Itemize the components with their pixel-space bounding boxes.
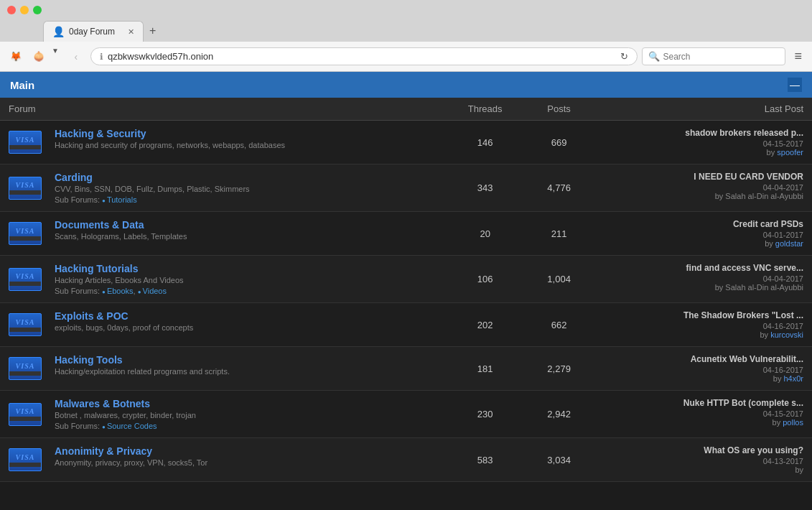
subforum-link[interactable]: Tutorials: [102, 195, 137, 204]
lastpost-title[interactable]: shadow brokers released p...: [600, 128, 803, 138]
menu-button[interactable]: ≡: [790, 46, 806, 67]
posts-count: 669: [526, 121, 592, 164]
last-post-cell: shadow brokers released p... 04-15-2017 …: [592, 121, 812, 164]
forum-name-link[interactable]: Documents & Data: [55, 219, 144, 231]
lastpost-by: by spoofer: [600, 148, 803, 157]
forum-name-link[interactable]: Hacking & Security: [55, 128, 146, 139]
subforum-link[interactable]: Ebooks: [102, 287, 134, 295]
col-header-forum: Forum: [0, 98, 444, 121]
card-stripe: [9, 145, 41, 149]
col-header-lastpost: Last Post: [592, 98, 812, 121]
last-post-cell: Nuke HTTP Bot (complete s... 04-15-2017 …: [592, 391, 812, 438]
forum-icon: VISA: [9, 131, 42, 154]
lastpost-title[interactable]: What OS are you using?: [600, 445, 803, 455]
card-stripe: [9, 190, 41, 195]
lastpost-title[interactable]: find and access VNC serve...: [600, 263, 803, 273]
new-tab-button[interactable]: +: [144, 20, 162, 42]
subforum-link[interactable]: Source Codes: [102, 422, 157, 430]
traffic-light-red[interactable]: [7, 6, 16, 14]
search-box[interactable]: 🔍: [642, 47, 785, 65]
card-stripe: [9, 236, 41, 241]
forum-icon-cell: VISA: [0, 347, 46, 391]
forum-icon-cell: VISA: [0, 212, 46, 256]
posts-count: 4,776: [526, 164, 592, 212]
forum-name-cell: Anonimity & Privacy Anonymity, privacy, …: [46, 438, 444, 482]
last-post-cell: The Shadow Brokers "Lost ... 04-16-2017 …: [592, 303, 812, 347]
url-input[interactable]: [108, 51, 617, 62]
lastpost-date: 04-01-2017: [600, 231, 803, 239]
subforums: Sub Forums: Tutorials: [55, 195, 435, 204]
col-header-posts: Posts: [526, 98, 592, 121]
subforums: Sub Forums: Ebooks, Videos: [55, 287, 435, 295]
lastpost-date: 04-04-2017: [600, 274, 803, 283]
lastpost-user[interactable]: kurcovski: [770, 330, 803, 339]
forum-icon: VISA: [9, 313, 42, 336]
lastpost-title[interactable]: Acunetix Web Vulnerabilit...: [600, 354, 803, 364]
visa-text: VISA: [16, 181, 35, 189]
lastpost-title[interactable]: Credit card PSDs: [600, 219, 803, 229]
lastpost-date: 04-15-2017: [600, 409, 803, 418]
tor-dropdown[interactable]: ▼: [52, 47, 59, 67]
forum-name-link[interactable]: Exploits & POC: [55, 310, 129, 322]
col-header-threads: Threads: [444, 98, 526, 121]
page-content: Main — Forum Threads Posts Last Post VIS…: [0, 72, 812, 510]
forum-description: Hacking/exploitation related programs an…: [55, 367, 435, 376]
forum-name-link[interactable]: Hacking Tutorials: [55, 263, 138, 274]
lastpost-user[interactable]: goldstar: [775, 239, 803, 248]
lastpost-user[interactable]: spoofer: [777, 148, 803, 157]
back-button[interactable]: ‹: [66, 47, 86, 67]
forum-icon: VISA: [9, 357, 42, 380]
card-stripe: [9, 371, 41, 376]
forum-icon-cell: VISA: [0, 256, 46, 303]
lastpost-by: by h4x0r: [600, 374, 803, 383]
forum-name-link[interactable]: Hacking Tools: [55, 354, 123, 366]
forum-icon: VISA: [9, 448, 42, 471]
forum-name-cell: Malwares & Botnets Botnet , malwares, cr…: [46, 391, 444, 438]
lastpost-title[interactable]: Nuke HTTP Bot (complete s...: [600, 398, 803, 408]
forum-name-link[interactable]: Malwares & Botnets: [55, 398, 150, 409]
last-post-cell: I NEED EU CARD VENDOR 04-04-2017 by Sala…: [592, 164, 812, 212]
lastpost-by: by Salah al-Din al-Ayubbi: [600, 283, 803, 292]
table-row: VISA Malwares & Botnets Botnet , malware…: [0, 391, 812, 438]
table-row: VISA Exploits & POC exploits, bugs, 0day…: [0, 303, 812, 347]
forum-description: exploits, bugs, 0days, proof of concepts: [55, 323, 435, 332]
forum-description: Hacking and security of programs, networ…: [55, 141, 435, 149]
subforum-link[interactable]: Videos: [138, 287, 167, 295]
threads-count: 343: [444, 164, 526, 212]
lastpost-user[interactable]: pollos: [783, 418, 803, 427]
main-title: Main: [10, 79, 34, 91]
forum-icon-cell: VISA: [0, 303, 46, 347]
lastpost-title[interactable]: The Shadow Brokers "Lost ...: [600, 310, 803, 320]
forum-name-cell: Carding CVV, Bins, SSN, DOB, Fullz, Dump…: [46, 164, 444, 212]
lastpost-user[interactable]: h4x0r: [783, 374, 803, 383]
table-row: VISA Hacking Tutorials Hacking Articles,…: [0, 256, 812, 303]
last-post-cell: Acunetix Web Vulnerabilit... 04-16-2017 …: [592, 347, 812, 391]
threads-count: 106: [444, 256, 526, 303]
table-row: VISA Documents & Data Scans, Holograms, …: [0, 212, 812, 256]
forum-name-link[interactable]: Carding: [55, 172, 93, 183]
lastpost-date: 04-15-2017: [600, 139, 803, 148]
tab-close-button[interactable]: ✕: [128, 27, 134, 37]
firefox-icon[interactable]: 🦊: [6, 47, 26, 67]
forum-description: CVV, Bins, SSN, DOB, Fullz, Dumps, Plast…: [55, 185, 435, 193]
forum-description: Botnet , malwares, crypter, binder, troj…: [55, 411, 435, 419]
tor-icon[interactable]: 🧅: [29, 47, 49, 67]
lastpost-date: 04-04-2017: [600, 183, 803, 192]
threads-count: 181: [444, 347, 526, 391]
search-input[interactable]: [663, 52, 779, 62]
table-row: VISA Carding CVV, Bins, SSN, DOB, Fullz,…: [0, 164, 812, 212]
address-bar[interactable]: ℹ ↻: [90, 47, 638, 65]
refresh-button[interactable]: ↻: [620, 51, 628, 62]
forum-table: Forum Threads Posts Last Post VISA Hacki…: [0, 98, 812, 482]
forum-name-link[interactable]: Anonimity & Privacy: [55, 445, 152, 457]
collapse-button[interactable]: —: [788, 78, 802, 92]
lastpost-date: 04-13-2017: [600, 457, 803, 465]
active-tab[interactable]: 👤 0day Forum ✕: [43, 21, 144, 42]
forum-name-cell: Exploits & POC exploits, bugs, 0days, pr…: [46, 303, 444, 347]
traffic-light-yellow[interactable]: [20, 6, 29, 14]
lastpost-by: by pollos: [600, 418, 803, 427]
traffic-light-green[interactable]: [33, 6, 42, 14]
lastpost-title[interactable]: I NEED EU CARD VENDOR: [600, 172, 803, 182]
lastpost-by: by Salah al-Din al-Ayubbi: [600, 192, 803, 200]
forum-description: Hacking Articles, Ebooks And Videos: [55, 276, 435, 284]
